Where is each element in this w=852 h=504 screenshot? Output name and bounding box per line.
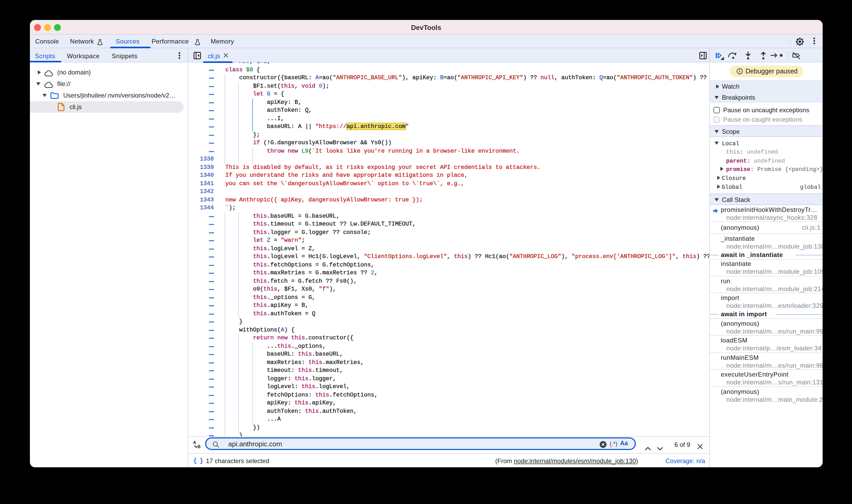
svg-text:B: B	[197, 444, 200, 449]
svg-text:A: A	[193, 440, 196, 445]
